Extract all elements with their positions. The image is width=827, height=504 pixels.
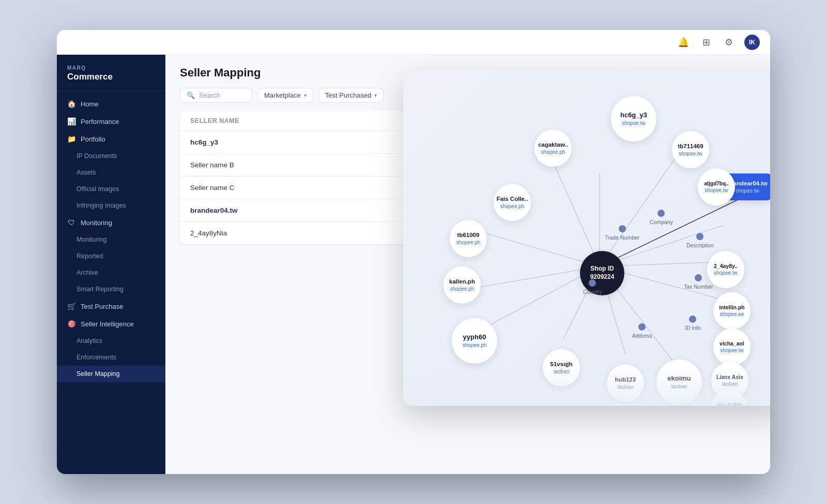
node-kallen-ph[interactable]: kallen.ph shopee.ph — [443, 266, 481, 304]
node-brandear-sub: shopee.tw — [736, 187, 759, 194]
node-cagaktaw-sub: shopee.ph — [541, 149, 565, 155]
sidebar-label-test-purchase: Test Purchase — [81, 303, 123, 310]
node-vicha-label: vicha_aol — [719, 340, 744, 348]
marketplace-label: Marketplace — [264, 91, 301, 99]
attr-dot-company — [657, 210, 665, 217]
sidebar-item-reported[interactable]: Reported — [57, 248, 165, 264]
node-cagaktaw-label: cagaktaw.. — [538, 141, 568, 149]
sidebar-item-performance[interactable]: 📊 Performance — [57, 113, 165, 130]
sidebar-product: Commerce — [67, 72, 155, 82]
node-tb61009-label: tb61009 — [457, 231, 480, 239]
sidebar-label-enforcements: Enforcements — [76, 354, 116, 361]
test-purchased-filter[interactable]: Test Purchased ▾ — [318, 88, 384, 103]
node-vicha-aol[interactable]: vicha_aol shopee.tw — [713, 328, 751, 366]
sidebar-item-assets[interactable]: Assets — [57, 164, 165, 181]
search-box[interactable]: 🔍 Search — [180, 88, 252, 103]
sidebar-item-archive[interactable]: Archive — [57, 264, 165, 281]
attr-dot-description — [696, 233, 703, 240]
attr-dot-tax — [695, 274, 702, 281]
node-hc6g-sub: shopee.tw — [622, 120, 646, 127]
node-kallen-sub: shopee.ph — [450, 286, 474, 292]
node-tb61009[interactable]: tb61009 shopee.ph — [450, 220, 487, 257]
bell-icon[interactable]: 🔔 — [676, 35, 691, 50]
top-bar: 🔔 ⊞ ⚙ IK — [57, 30, 770, 55]
content-area: Seller Mapping 🔍 Search Marketplace ▾ Te… — [165, 55, 770, 474]
sidebar-label-smart-reporting: Smart Reporting — [76, 286, 124, 293]
attr-address: Address — [632, 323, 652, 339]
search-icon: 🔍 — [187, 91, 195, 99]
test-purchased-chevron-icon: ▾ — [374, 92, 377, 98]
sidebar-item-smart-reporting[interactable]: Smart Reporting — [57, 281, 165, 297]
performance-icon: 📊 — [67, 117, 75, 125]
sidebar-item-ip-documents[interactable]: IP Documents — [57, 148, 165, 164]
attr-label-tax: Tax Number — [684, 284, 713, 290]
node-intellin-sub: shopee.ee — [720, 311, 744, 318]
gear-icon[interactable]: ⚙ — [722, 35, 736, 50]
sidebar-label-official-images: Official Images — [76, 185, 119, 193]
attr-label-address: Address — [632, 333, 652, 339]
node-hc6g-label: hc6g_y3 — [620, 111, 647, 120]
attr-id-info: ID Info — [685, 316, 701, 331]
attr-label-idinfo: ID Info — [685, 325, 701, 331]
sidebar-label-assets: Assets — [76, 169, 96, 176]
node-yyph60-label: yyph60 — [463, 333, 486, 342]
sidebar-item-official-images[interactable]: Official Images — [57, 181, 165, 197]
avatar[interactable]: IK — [744, 35, 760, 50]
attr-label-trade: Trade Number — [605, 234, 639, 241]
svg-line-1 — [548, 150, 600, 266]
attr-trade-number: Trade Number — [605, 225, 639, 241]
home-icon: 🏠 — [67, 100, 75, 108]
test-purchase-icon: 🛒 — [67, 302, 75, 310]
sidebar-nav: 🏠 Home 📊 Performance 📁 Portfolio IP Docu… — [57, 91, 165, 474]
node-hc6g_y3[interactable]: hc6g_y3 shopee.tw — [611, 96, 656, 141]
sidebar-label-analytics: Analytics — [76, 337, 102, 344]
sidebar-label-home: Home — [81, 100, 99, 108]
attr-company: Company — [650, 210, 673, 225]
node-cagaktaw[interactable]: cagaktaw.. shopee.ph — [534, 130, 572, 167]
sidebar-label-seller-mapping: Seller Mapping — [76, 370, 119, 377]
marketplace-chevron-icon: ▾ — [304, 92, 307, 98]
node-yyph60-sub: shopee.ph — [463, 342, 487, 349]
sidebar-item-monitoring[interactable]: 🛡 Monitoring — [57, 214, 165, 231]
sidebar-label-ip-documents: IP Documents — [76, 152, 117, 160]
node-yyph60[interactable]: yyph60 shopee.ph — [452, 318, 497, 364]
marketplace-filter[interactable]: Marketplace ▾ — [257, 88, 313, 103]
sidebar-label-seller-intelligence: Seller Intelligence — [81, 320, 134, 328]
sidebar-brand: MARQ — [67, 65, 155, 71]
sidebar-item-seller-intelligence[interactable]: 🎯 Seller Intelligence — [57, 315, 165, 333]
sidebar-item-home[interactable]: 🏠 Home — [57, 95, 165, 113]
sidebar-item-monitoring-sub[interactable]: Monitoring — [57, 231, 165, 248]
node-fais-colle[interactable]: Fais Colle.. shopee.ph — [494, 184, 531, 221]
sidebar-label-portfolio: Portfolio — [81, 135, 105, 143]
attr-country: Country — [583, 279, 602, 295]
sidebar-label-reported: Reported — [76, 253, 103, 260]
node-tb711469[interactable]: tb711469 shopee.tw — [672, 131, 709, 168]
search-placeholder: Search — [199, 91, 220, 99]
test-purchased-label: Test Purchased — [325, 91, 372, 99]
sidebar-label-archive: Archive — [76, 269, 98, 276]
sidebar-item-enforcements[interactable]: Enforcements — [57, 349, 165, 366]
attr-label-description: Description — [686, 242, 714, 248]
node-tb711469-label: tb711469 — [678, 143, 703, 150]
attr-dot-idinfo — [689, 316, 696, 323]
attr-label-country: Country — [583, 289, 602, 295]
sidebar-item-seller-mapping[interactable]: Seller Mapping — [57, 366, 165, 382]
sidebar-label-monitoring: Monitoring — [81, 219, 112, 227]
attr-description: Description — [686, 233, 714, 248]
sidebar-item-test-purchase[interactable]: 🛒 Test Purchase — [57, 297, 165, 315]
node-intellin-ph[interactable]: intellin.ph shopee.ee — [713, 292, 751, 329]
seller-intelligence-icon: 🎯 — [67, 320, 75, 328]
browser-window: 🔔 ⊞ ⚙ IK MARQ Commerce 🏠 Home 📊 Performa… — [57, 30, 770, 474]
sidebar-item-portfolio[interactable]: 📁 Portfolio — [57, 130, 165, 148]
node-atjgd7bq[interactable]: atjgd7bq.. shopee.tw — [698, 168, 735, 206]
sidebar-item-infringing-images[interactable]: Infringing Images — [57, 197, 165, 214]
node-fais-label: Fais Colle.. — [497, 195, 528, 203]
node-fais-sub: shopee.ph — [500, 203, 525, 210]
attr-dot-address — [638, 323, 646, 330]
node-tb61009-sub: shopee.ph — [456, 239, 481, 246]
graph-fade — [403, 365, 770, 406]
node-atjgd7bq-label: atjgd7bq.. — [704, 180, 728, 187]
sidebar-item-analytics[interactable]: Analytics — [57, 333, 165, 349]
grid-icon[interactable]: ⊞ — [699, 35, 713, 50]
graph-overlay: Shop ID 9209224 hc6g_y3 shopee.tw — [403, 70, 770, 406]
